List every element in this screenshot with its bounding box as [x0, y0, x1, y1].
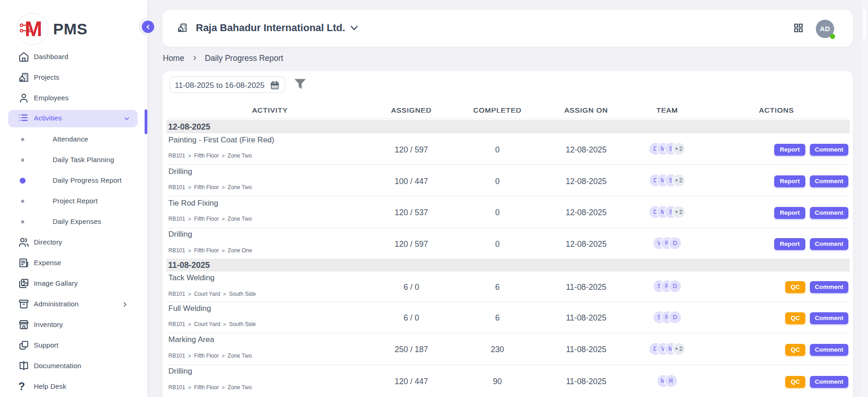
svg-text:M: M [25, 17, 42, 41]
